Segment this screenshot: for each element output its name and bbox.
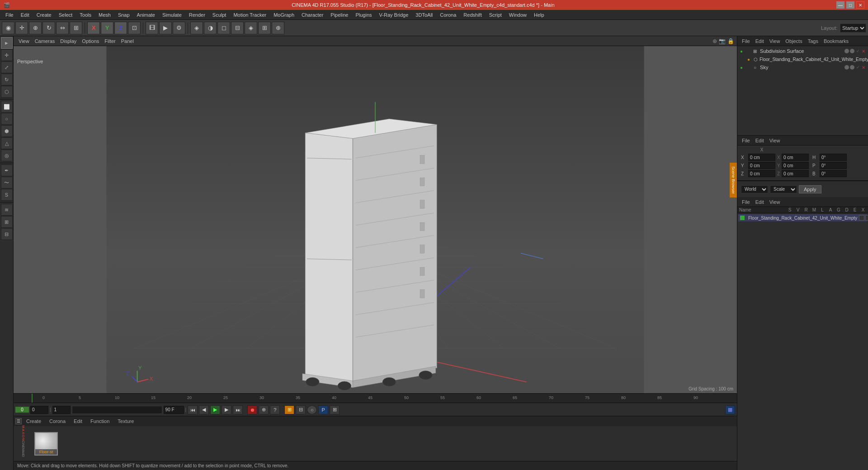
scale-tool[interactable]: ⇔ <box>56 22 69 34</box>
menu-item-help[interactable]: Help <box>530 11 548 19</box>
menu-item-pipeline[interactable]: Pipeline <box>327 11 352 19</box>
wireframe-button[interactable]: ◻ <box>217 22 230 34</box>
coord-world-select[interactable]: World <box>741 185 768 193</box>
frame-input[interactable] <box>30 406 48 414</box>
apply-button[interactable]: Apply <box>799 185 821 193</box>
coord-y-size-input[interactable] <box>782 162 809 169</box>
mat-edit-menu[interactable]: Edit <box>754 199 766 205</box>
bezier-tool[interactable]: 〜 <box>1 177 13 188</box>
tab-edit[interactable]: Edit <box>70 418 86 425</box>
coords-view-menu[interactable]: View <box>768 137 782 144</box>
z-axis-button[interactable]: Z <box>114 22 127 34</box>
obj-file-menu[interactable]: File <box>740 38 752 44</box>
y-axis-button[interactable]: Y <box>101 22 113 34</box>
record-button[interactable]: ⏺ <box>247 405 257 414</box>
viewport[interactable]: View Cameras Display Options Filter Pane… <box>14 36 737 393</box>
coord-b-input[interactable] <box>820 170 847 177</box>
menu-item-mograph[interactable]: MoGraph <box>270 11 298 19</box>
torus-tool[interactable]: ◎ <box>1 150 13 161</box>
obj-dot-1[interactable] <box>844 49 849 53</box>
move-tool[interactable]: ⊕ <box>29 22 42 34</box>
menu-item-plugins[interactable]: Plugins <box>352 11 375 19</box>
obj-edit-menu[interactable]: Edit <box>754 38 766 44</box>
coord-x-size-input[interactable] <box>782 154 809 161</box>
coords-file-menu[interactable]: File <box>740 137 752 144</box>
render-button[interactable]: ▶ <box>159 22 172 34</box>
menu-item-create[interactable]: Create <box>33 11 55 19</box>
brush-tool[interactable]: ≋ <box>1 204 13 216</box>
obj-sky-dot-1[interactable] <box>844 65 849 70</box>
viewport-move-icon[interactable]: ⊕ <box>712 38 717 44</box>
menu-item-mesh[interactable]: Mesh <box>95 11 114 19</box>
tab-create[interactable]: Create <box>23 418 45 425</box>
rotate-tool-side[interactable]: ↻ <box>1 74 13 85</box>
menu-item-script[interactable]: Script <box>486 11 505 19</box>
render-settings-button[interactable]: ⚙ <box>173 22 185 34</box>
menu-item-snap[interactable]: Snap <box>114 11 133 19</box>
auto-key-button[interactable]: ? <box>270 405 280 414</box>
menu-item-render[interactable]: Render <box>185 11 209 19</box>
coord-p-input[interactable] <box>820 162 847 169</box>
scale-tool-side[interactable]: ⤢ <box>1 61 13 73</box>
menu-item-select[interactable]: Select <box>55 11 76 19</box>
cone-tool[interactable]: △ <box>1 137 13 149</box>
render-region-button[interactable]: 🎞 <box>146 22 158 34</box>
generator-button[interactable]: ⊕ <box>272 22 284 34</box>
maximize-button[interactable]: □ <box>846 1 854 9</box>
motion-key5-button[interactable]: ⊞ <box>330 405 340 414</box>
coord-x-pos-input[interactable] <box>748 154 775 161</box>
coords-edit-menu[interactable]: Edit <box>754 137 766 144</box>
rotate-tool[interactable]: ↻ <box>42 22 55 34</box>
dope-sheet-button[interactable]: ▦ <box>725 405 735 414</box>
viewport-menu-display[interactable]: Display <box>58 38 79 45</box>
play-button[interactable]: ▶ <box>210 405 220 414</box>
pen-tool[interactable]: ✒ <box>1 164 13 176</box>
next-frame-button[interactable]: ▶ <box>222 405 231 414</box>
end-frame-input[interactable] <box>164 406 184 414</box>
motion-key-button[interactable]: ⊞ <box>284 405 294 414</box>
menu-item-window[interactable]: Window <box>505 11 530 19</box>
menu-item-edit[interactable]: Edit <box>17 11 33 19</box>
menu-item-sculpt[interactable]: Sculpt <box>209 11 230 19</box>
display-mode-button[interactable]: ◈ <box>190 22 203 34</box>
menu-item-v-ray-bridge[interactable]: V-Ray Bridge <box>376 11 412 19</box>
key-all-button[interactable]: ⊕ <box>259 405 269 414</box>
cube-tool[interactable]: ⬜ <box>1 101 13 113</box>
obj-dot-2[interactable] <box>850 49 854 53</box>
menu-item-motion-tracker[interactable]: Motion Tracker <box>230 11 270 19</box>
obj-view-menu[interactable]: View <box>768 38 782 44</box>
panel-menu-icon[interactable]: ☰ <box>15 418 22 424</box>
selection-tool[interactable]: ► <box>1 37 13 49</box>
obj-tags-menu[interactable]: Tags <box>806 38 820 44</box>
viewport-lock-icon[interactable]: 🔒 <box>727 38 734 44</box>
n-gon-button[interactable]: ◈ <box>245 22 257 34</box>
add-object-button[interactable]: ✛ <box>15 22 28 34</box>
go-to-end-button[interactable]: ⏭ <box>233 405 243 414</box>
close-button[interactable]: ✕ <box>856 1 864 9</box>
obj-sky-dot-2[interactable] <box>850 65 854 70</box>
obj-bookmarks-menu[interactable]: Bookmarks <box>822 38 850 44</box>
deformer-button[interactable]: ⊞ <box>258 22 271 34</box>
paint-tool[interactable]: S <box>1 189 13 201</box>
scene-browser-tab[interactable]: Scene Browser <box>730 163 737 197</box>
tab-texture[interactable]: Texture <box>114 418 137 425</box>
go-to-start-button[interactable]: ⏮ <box>188 405 198 414</box>
menu-item-character[interactable]: Character <box>298 11 327 19</box>
mat-file-menu[interactable]: File <box>740 199 752 205</box>
sphere-tool[interactable]: ○ <box>1 113 13 125</box>
obj-row-cabinet[interactable]: ● ⬡ Floor_Standing_Rack_Cabinet_42_Unit_… <box>738 55 867 63</box>
obj-objects-menu[interactable]: Objects <box>783 38 804 44</box>
minimize-button[interactable]: — <box>836 1 844 9</box>
x-axis-button[interactable]: X <box>87 22 100 34</box>
menu-item-animate[interactable]: Animate <box>133 11 159 19</box>
obj-row-subdiv[interactable]: ● ⊞ Subdivision Surface ✓ ✕ <box>738 47 867 55</box>
coord-y-pos-input[interactable] <box>748 162 775 169</box>
menu-item-redshift[interactable]: Redshift <box>460 11 485 19</box>
coord-z-pos-input[interactable] <box>748 170 775 177</box>
menu-item-file[interactable]: File <box>2 11 17 19</box>
scene-area[interactable]: X Y Z Perspective Grid Spacing : 100 cm <box>14 46 737 393</box>
viewport-menu-panel[interactable]: Panel <box>119 38 136 45</box>
coord-h-input[interactable] <box>820 154 847 161</box>
material-thumbnail[interactable]: Floor-st <box>34 432 58 456</box>
poly-select-tool[interactable]: ⬡ <box>1 86 13 98</box>
